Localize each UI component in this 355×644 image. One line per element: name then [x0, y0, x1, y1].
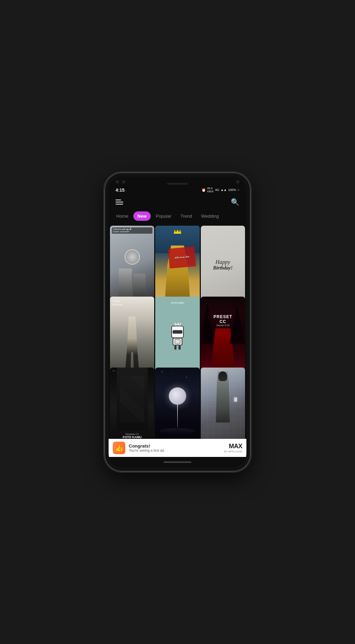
birthday-text: Happy Birthday! — [213, 259, 232, 271]
tab-wedding[interactable]: Wedding — [197, 211, 223, 221]
menu-line-3 — [116, 204, 123, 204]
card5-title: FOTO KAMU — [171, 302, 184, 304]
ad-sub-text: You're seeing a test ad. — [129, 449, 221, 452]
status-bar: 4:15 ⏰ 85.0KB/S 4G ▲▲ 100% ○ — [109, 185, 246, 194]
tab-new[interactable]: New — [133, 211, 151, 221]
card1-badge: Chưa bao giờ mẹ kểCreator: buion2004 — [113, 228, 151, 233]
content-grid: Chưa bao giờ mẹ kểCreator: buion2004 M — [109, 224, 246, 439]
alarm-icon: ⏰ — [202, 188, 206, 192]
ad-brand: MAX BY APPLOVIN — [224, 443, 242, 453]
grid-item-4[interactable]: Happy Birthday — [110, 297, 154, 375]
card7-bottom-text: Template CC FOTO KAMU 32z Frame Int — [110, 433, 154, 439]
top-bezel — [109, 177, 246, 185]
sensor — [236, 180, 239, 184]
bottom-navigation-bar — [109, 457, 246, 467]
phone-shell: 4:15 ⏰ 85.0KB/S 4G ▲▲ 100% ○ 🔍 Home New — [104, 172, 251, 472]
camera-dot-2 — [122, 180, 125, 184]
tab-home[interactable]: Home — [112, 211, 133, 221]
menu-line-1 — [116, 200, 121, 200]
card2-label: Mẫu Scan Ảnh — [175, 256, 189, 259]
moon — [169, 387, 186, 405]
status-time: 4:15 — [116, 187, 125, 193]
menu-line-2 — [116, 202, 123, 202]
nav-tabs: Home New Popular Trend Wedding — [109, 210, 246, 224]
card4-text: Happy Birthday — [112, 299, 122, 307]
ad-banner[interactable]: 👍 Congrats! You're seeing a test ad. MAX… — [109, 439, 246, 457]
robot-character — [171, 322, 184, 350]
grid-item-5[interactable]: FOTO KAMU — [155, 297, 199, 375]
happy-label: Happy — [213, 259, 232, 265]
preset-cc-text: PRESET CC Ukuran 9:16 — [212, 314, 234, 326]
grid-item-8[interactable] — [155, 368, 199, 439]
ad-brand-sub: BY APPLOVIN — [224, 450, 242, 453]
grid-item-6[interactable]: PRESET CC Ukuran 9:16 — [201, 297, 245, 375]
grid-item-2[interactable]: Mẫu Scan Ảnh — [155, 226, 199, 304]
home-indicator — [164, 461, 191, 463]
network-type: 4G — [215, 188, 219, 192]
grid-item-7[interactable]: • cc Template CC FOTO KAMU 32z Frame Int — [110, 368, 154, 439]
ad-icon: 👍 — [113, 442, 125, 454]
speaker — [167, 183, 188, 185]
ad-text: Congrats! You're seeing a test ad. — [129, 443, 221, 452]
tab-trend[interactable]: Trend — [176, 211, 196, 221]
birthday-label: Birthday! — [213, 265, 232, 271]
card7-cc: • cc — [112, 370, 115, 372]
battery-level: 100% — [228, 188, 236, 192]
battery-icon: ○ — [238, 188, 239, 192]
ad-brand-name: MAX — [229, 443, 243, 450]
tattoo-card-bg — [110, 368, 154, 439]
signal-bars: ▲▲ — [221, 188, 227, 192]
front-camera — [116, 180, 119, 184]
search-button[interactable]: 🔍 — [231, 198, 239, 206]
ad-congrats-text: Congrats! — [129, 443, 221, 449]
app-header: 🔍 — [109, 194, 246, 210]
menu-button[interactable] — [116, 200, 123, 204]
grid-item-9[interactable] — [201, 368, 245, 439]
status-right: ⏰ 85.0KB/S 4G ▲▲ 100% ○ — [202, 187, 239, 193]
data-speed: 85.0KB/S — [207, 187, 213, 193]
grid-item-1[interactable]: Chưa bao giờ mẹ kểCreator: buion2004 — [110, 226, 154, 304]
grid-item-3[interactable]: Happy Birthday! — [201, 226, 245, 304]
tab-popular[interactable]: Popular — [151, 211, 175, 221]
camera-area — [116, 180, 125, 184]
phone-screen: 4:15 ⏰ 85.0KB/S 4G ▲▲ 100% ○ 🔍 Home New — [109, 177, 246, 467]
